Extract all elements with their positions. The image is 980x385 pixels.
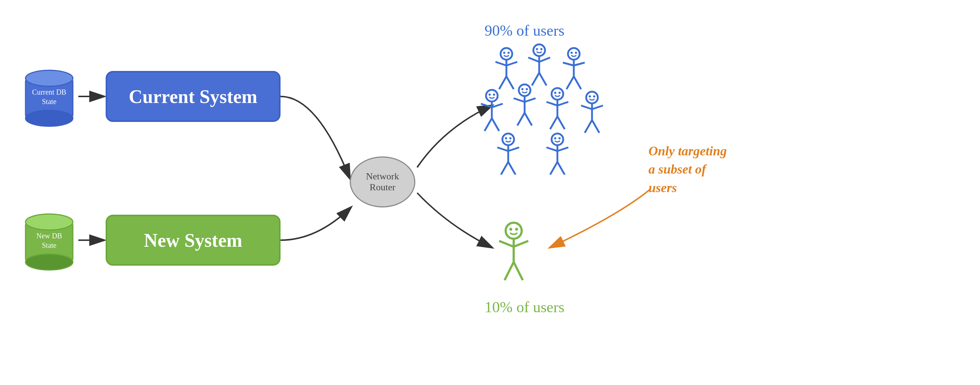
svg-point-49 — [554, 92, 556, 94]
svg-line-12 — [495, 62, 506, 65]
svg-line-45 — [525, 98, 536, 102]
svg-line-29 — [574, 63, 585, 65]
svg-point-50 — [558, 92, 561, 94]
svg-point-72 — [552, 133, 563, 145]
router-ellipse: NetworkRouter — [350, 157, 415, 208]
svg-line-54 — [550, 116, 557, 129]
router-label: NetworkRouter — [366, 171, 399, 193]
svg-point-74 — [558, 137, 561, 139]
svg-point-18 — [540, 48, 542, 50]
svg-point-48 — [552, 88, 563, 100]
many-users-group — [474, 36, 627, 175]
diagram-container: Current DBState New DBState Current Syst… — [0, 0, 980, 385]
new-system-label: New System — [144, 230, 242, 251]
svg-line-68 — [497, 147, 508, 151]
svg-line-23 — [539, 73, 546, 86]
svg-line-39 — [492, 118, 499, 131]
svg-line-60 — [581, 106, 592, 109]
svg-point-41 — [521, 88, 523, 90]
svg-point-81 — [509, 228, 512, 231]
svg-line-71 — [508, 162, 515, 175]
svg-point-40 — [519, 84, 530, 96]
svg-line-13 — [506, 62, 517, 65]
svg-point-65 — [505, 137, 507, 139]
svg-line-21 — [539, 57, 550, 62]
single-user-figure — [485, 218, 543, 291]
svg-line-70 — [501, 162, 508, 175]
svg-point-6 — [25, 214, 73, 230]
svg-line-20 — [528, 57, 539, 62]
svg-line-62 — [585, 120, 592, 133]
label-only-targeting: Only targetinga subset ofusers — [649, 142, 751, 197]
svg-line-61 — [592, 106, 603, 109]
svg-line-78 — [550, 162, 557, 175]
svg-line-22 — [532, 73, 539, 86]
svg-line-87 — [514, 262, 523, 280]
svg-point-16 — [533, 44, 545, 56]
svg-point-80 — [506, 223, 522, 239]
svg-point-42 — [526, 88, 528, 90]
current-system-label: Current System — [129, 86, 258, 107]
svg-point-4 — [25, 110, 73, 126]
svg-point-33 — [488, 93, 491, 96]
svg-line-31 — [574, 76, 581, 89]
svg-line-53 — [557, 102, 568, 106]
svg-point-8 — [501, 48, 512, 60]
svg-point-10 — [508, 52, 510, 54]
svg-point-9 — [503, 52, 505, 54]
svg-point-17 — [536, 48, 538, 50]
svg-point-25 — [571, 52, 573, 54]
svg-point-7 — [25, 254, 73, 270]
svg-line-69 — [508, 147, 519, 151]
svg-line-30 — [566, 76, 574, 89]
svg-point-3 — [25, 70, 73, 86]
svg-line-15 — [506, 76, 514, 89]
svg-point-26 — [575, 52, 577, 54]
svg-point-24 — [568, 48, 580, 60]
svg-line-46 — [517, 113, 525, 125]
new-db-label: New DBState — [22, 231, 76, 250]
svg-line-63 — [592, 120, 599, 133]
svg-line-55 — [557, 116, 565, 129]
svg-line-86 — [504, 262, 514, 280]
svg-line-77 — [557, 147, 568, 151]
svg-point-56 — [586, 92, 598, 103]
svg-point-82 — [515, 228, 518, 231]
svg-line-44 — [514, 98, 525, 102]
svg-point-58 — [593, 95, 595, 98]
svg-line-38 — [485, 118, 492, 131]
label-10-users: 10% of users — [485, 298, 564, 316]
current-system-box: Current System — [106, 71, 280, 122]
svg-point-32 — [486, 90, 498, 101]
svg-line-79 — [557, 162, 565, 175]
svg-line-76 — [546, 147, 557, 151]
svg-point-73 — [554, 137, 556, 139]
svg-line-84 — [499, 241, 514, 247]
svg-line-36 — [481, 104, 492, 107]
svg-point-64 — [503, 133, 514, 145]
svg-line-37 — [492, 104, 503, 107]
svg-line-85 — [514, 241, 528, 247]
new-db-cylinder: New DBState — [22, 209, 76, 271]
svg-line-28 — [563, 63, 574, 65]
svg-line-47 — [525, 113, 532, 125]
current-db-label: Current DBState — [22, 87, 76, 106]
svg-point-66 — [509, 137, 511, 139]
svg-line-52 — [546, 102, 557, 106]
current-db-cylinder: Current DBState — [22, 65, 76, 127]
new-system-box: New System — [106, 215, 280, 266]
svg-point-57 — [589, 95, 591, 98]
svg-point-34 — [493, 93, 495, 96]
svg-line-14 — [499, 76, 506, 89]
